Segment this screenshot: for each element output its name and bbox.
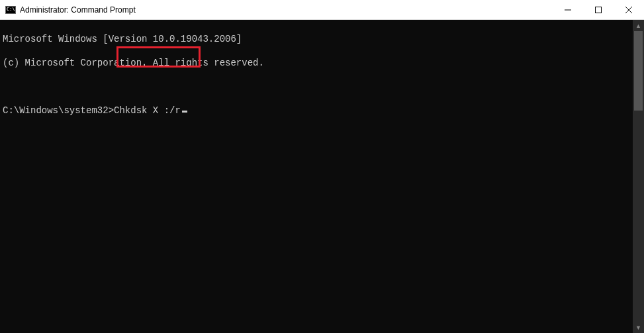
svg-rect-1 xyxy=(596,7,602,13)
cmd-icon: C:\ xyxy=(5,5,16,15)
terminal[interactable]: Microsoft Windows [Version 10.0.19043.20… xyxy=(0,20,633,333)
maximize-button[interactable] xyxy=(583,0,614,19)
scrollbar-thumb[interactable] xyxy=(634,31,643,111)
window-controls xyxy=(553,0,644,19)
vertical-scrollbar[interactable]: ▲ ▼ xyxy=(633,20,644,333)
typed-command: Chkdsk X :/r xyxy=(114,105,181,116)
prompt-path: C:\Windows\system32> xyxy=(3,105,114,116)
terminal-area: Microsoft Windows [Version 10.0.19043.20… xyxy=(0,20,644,333)
terminal-line: (c) Microsoft Corporation. All rights re… xyxy=(3,57,630,69)
command-prompt-window: C:\ Administrator: Command Prompt Micros… xyxy=(0,0,644,333)
scrollbar-up-arrow-icon[interactable]: ▲ xyxy=(633,20,644,31)
terminal-blank-line xyxy=(3,81,630,93)
close-icon xyxy=(625,7,632,13)
terminal-line: Microsoft Windows [Version 10.0.19043.20… xyxy=(3,33,630,45)
close-button[interactable] xyxy=(614,0,644,19)
scrollbar-down-arrow-icon[interactable]: ▼ xyxy=(633,322,644,333)
window-title: Administrator: Command Prompt xyxy=(20,5,553,15)
text-cursor xyxy=(182,111,187,113)
titlebar[interactable]: C:\ Administrator: Command Prompt xyxy=(0,0,644,20)
minimize-button[interactable] xyxy=(553,0,583,19)
maximize-icon xyxy=(595,7,602,13)
minimize-icon xyxy=(565,7,571,13)
prompt-line: C:\Windows\system32>Chkdsk X :/r xyxy=(3,105,630,117)
